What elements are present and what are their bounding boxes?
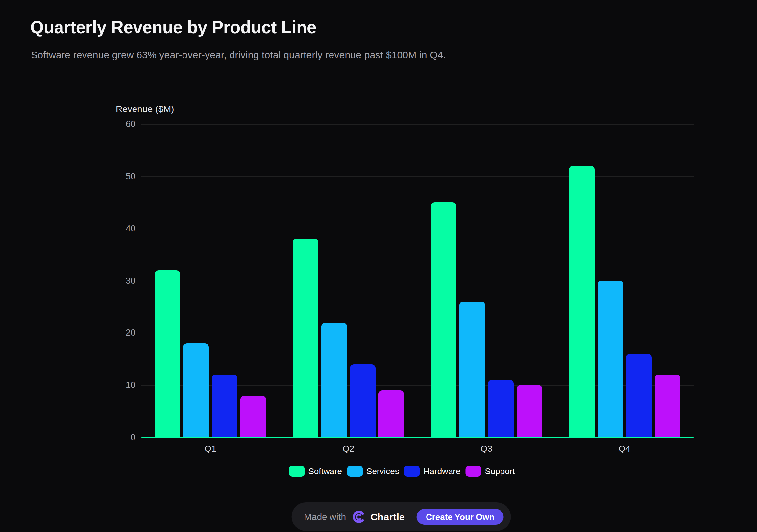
bar-hardware-q4[interactable] bbox=[626, 354, 652, 437]
legend-swatch-hardware bbox=[404, 465, 420, 477]
plot-area bbox=[141, 112, 694, 437]
y-tick-label-10: 10 bbox=[99, 379, 136, 391]
bar-software-q2[interactable] bbox=[293, 239, 318, 437]
legend-swatch-services bbox=[347, 465, 363, 477]
bar-support-q1[interactable] bbox=[240, 396, 266, 437]
x-label-q1: Q1 bbox=[204, 443, 216, 455]
chart-subtitle: Software revenue grew 63% year-over-year… bbox=[31, 49, 446, 61]
bar-software-q1[interactable] bbox=[155, 270, 180, 437]
y-axis-tick-labels: 0102030405060 bbox=[99, 112, 136, 437]
y-tick-label-20: 20 bbox=[99, 327, 136, 338]
x-label-q2: Q2 bbox=[343, 443, 354, 455]
legend-label-support: Support bbox=[485, 466, 515, 476]
x-label-q4: Q4 bbox=[619, 443, 630, 455]
watermark-pill: Made with Chartle Create Your Own bbox=[292, 502, 511, 531]
y-tick-label-0: 0 bbox=[99, 432, 136, 443]
brand-name: Chartle bbox=[370, 511, 405, 522]
y-tick-label-60: 60 bbox=[99, 118, 136, 130]
bar-support-q2[interactable] bbox=[378, 390, 404, 437]
x-label-q3: Q3 bbox=[480, 443, 492, 455]
legend-swatch-software bbox=[289, 465, 305, 477]
x-axis-category-labels: Q1Q2Q3Q4 bbox=[141, 443, 694, 457]
legend: SoftwareServicesHardwareSupport bbox=[289, 465, 515, 477]
gridline-40 bbox=[141, 228, 694, 229]
bar-software-q4[interactable] bbox=[569, 166, 594, 437]
chart-title: Quarterly Revenue by Product Line bbox=[30, 17, 316, 37]
bar-services-q3[interactable] bbox=[459, 302, 485, 437]
gridline-50 bbox=[141, 176, 694, 177]
bar-support-q4[interactable] bbox=[655, 374, 681, 437]
legend-item-software[interactable]: Software bbox=[289, 465, 342, 477]
y-tick-label-40: 40 bbox=[99, 223, 136, 234]
legend-label-services: Services bbox=[366, 466, 399, 476]
bar-services-q4[interactable] bbox=[597, 281, 623, 437]
chartle-logo-icon bbox=[351, 509, 366, 524]
made-with-label: Made with bbox=[304, 512, 346, 522]
bar-hardware-q1[interactable] bbox=[212, 374, 237, 437]
gridline-60 bbox=[141, 124, 694, 125]
x-axis-baseline bbox=[141, 437, 694, 438]
bar-software-q3[interactable] bbox=[431, 202, 456, 437]
legend-item-support[interactable]: Support bbox=[465, 465, 515, 477]
legend-label-software: Software bbox=[308, 466, 342, 476]
bar-services-q2[interactable] bbox=[321, 323, 347, 437]
y-tick-label-50: 50 bbox=[99, 171, 136, 182]
legend-swatch-support bbox=[465, 465, 481, 477]
bar-services-q1[interactable] bbox=[183, 343, 209, 437]
bar-hardware-q3[interactable] bbox=[488, 380, 514, 437]
bar-support-q3[interactable] bbox=[517, 385, 542, 437]
y-tick-label-30: 30 bbox=[99, 275, 136, 286]
create-your-own-button[interactable]: Create Your Own bbox=[417, 509, 504, 525]
bar-hardware-q2[interactable] bbox=[350, 364, 376, 437]
legend-item-hardware[interactable]: Hardware bbox=[404, 465, 461, 477]
page-background: { "page": { "background": "#0a0a0c", "ti… bbox=[0, 0, 757, 532]
legend-label-hardware: Hardware bbox=[424, 466, 461, 476]
legend-item-services[interactable]: Services bbox=[347, 465, 399, 477]
